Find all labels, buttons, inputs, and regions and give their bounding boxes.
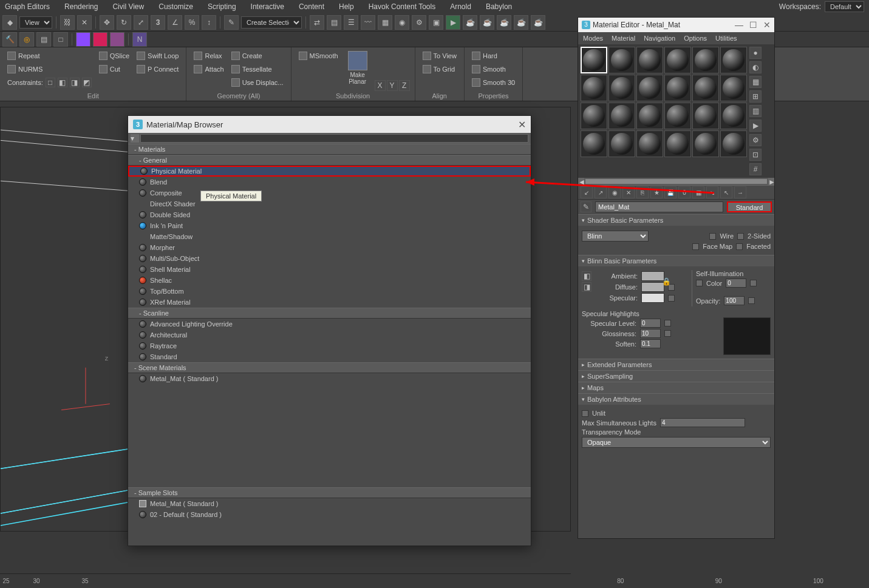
transparency-dropdown[interactable]: Opaque xyxy=(582,437,771,448)
rollout-maps[interactable]: Maps xyxy=(578,382,774,393)
soften-value[interactable] xyxy=(640,339,661,348)
material-type-button[interactable]: Standard xyxy=(727,201,772,212)
menu-customize[interactable]: Customize xyxy=(158,2,193,11)
sample-slot-19[interactable] xyxy=(581,130,607,157)
scale-icon[interactable]: ⤢ xyxy=(134,15,148,30)
swiftloop-button[interactable]: Swift Loop xyxy=(134,50,181,62)
n-icon[interactable]: N xyxy=(132,32,147,47)
minimize-icon[interactable]: — xyxy=(735,20,743,30)
menu-rendering[interactable]: Rendering xyxy=(64,2,98,11)
editor-menu-utilities[interactable]: Utilities xyxy=(715,35,737,42)
curve-editor-icon[interactable]: 〰 xyxy=(361,15,375,30)
cat-materials[interactable]: - Materials xyxy=(128,144,531,155)
layers-icon[interactable]: ☰ xyxy=(344,15,358,30)
show-map-icon[interactable]: ▦ xyxy=(692,186,704,198)
editor-menu-modes[interactable]: Modes xyxy=(583,35,603,42)
reset-icon[interactable]: ✕ xyxy=(622,186,635,198)
item-shell-material[interactable]: Shell Material xyxy=(128,264,531,275)
sample-slot-15[interactable] xyxy=(636,103,663,129)
render-setup-icon[interactable]: ⚙ xyxy=(412,15,426,30)
put-to-lib-icon[interactable]: 💾 xyxy=(664,186,676,198)
sample-type-icon[interactable]: ● xyxy=(749,47,762,59)
specular-map-button[interactable] xyxy=(668,295,675,302)
item-architectural[interactable]: Architectural xyxy=(128,329,531,340)
item-ink-n-paint[interactable]: Ink 'n Paint xyxy=(128,220,531,231)
specular-swatch[interactable] xyxy=(641,293,664,303)
cut-button[interactable]: Cut xyxy=(97,63,132,75)
togrid-button[interactable]: To Grid xyxy=(420,63,459,75)
sample-slot-17[interactable] xyxy=(692,103,719,129)
opacity-map-button[interactable] xyxy=(748,297,755,304)
teapot3-icon[interactable]: ☕ xyxy=(497,15,511,30)
diffuse-lock-icon[interactable]: ◨ xyxy=(582,282,591,292)
teapot4-icon[interactable]: ☕ xyxy=(514,15,528,30)
ambient-lock-icon[interactable]: ◧ xyxy=(582,271,591,281)
repeat-button[interactable]: Repeat xyxy=(5,50,94,62)
menu-arnold[interactable]: Arnold xyxy=(450,2,471,11)
item-physical-material[interactable]: Physical Material xyxy=(128,166,531,177)
move-icon[interactable]: ✥ xyxy=(100,15,114,30)
spec-level-map-button[interactable] xyxy=(664,320,671,326)
teapot2-icon[interactable]: ☕ xyxy=(480,15,494,30)
close-icon[interactable]: ✕ xyxy=(518,119,526,130)
menu-graph-editors[interactable]: Graph Editors xyxy=(5,2,50,11)
item-directx-shader[interactable]: DirectX Shader xyxy=(128,198,531,209)
item-multi-sub-object[interactable]: Multi/Sub-Object xyxy=(128,253,531,264)
browser-search-input[interactable] xyxy=(140,134,528,143)
sample-slot-9[interactable] xyxy=(636,75,663,101)
relax-button[interactable]: Relax xyxy=(191,50,226,62)
faceted-checkbox[interactable] xyxy=(736,243,743,250)
item-double-sided[interactable]: Double Sided xyxy=(128,209,531,220)
background-icon[interactable]: ▦ xyxy=(749,76,762,88)
constraint2-icon[interactable]: ◧ xyxy=(58,78,67,87)
gloss-value[interactable] xyxy=(640,329,661,338)
create-button[interactable]: Create xyxy=(229,50,286,62)
spinner-icon[interactable]: ↕ xyxy=(202,15,216,30)
sample-slot-16[interactable] xyxy=(664,103,691,129)
sample-slot-14[interactable] xyxy=(608,103,635,129)
msmooth-button[interactable]: MSmooth xyxy=(296,50,341,62)
cat-general[interactable]: - General xyxy=(128,155,531,166)
item-scene-metal-mat[interactable]: Metal_Mat ( Standard ) xyxy=(128,373,531,384)
constraint1-icon[interactable]: □ xyxy=(46,78,55,87)
editor-menu-material[interactable]: Material xyxy=(612,35,635,42)
selection-set-dropdown[interactable]: Create Selection Se xyxy=(241,16,302,29)
item-sample-metal-mat[interactable]: Metal_Mat ( Standard ) xyxy=(128,498,531,509)
sample-slot-21[interactable] xyxy=(636,130,663,157)
color2-icon[interactable] xyxy=(93,32,107,47)
ambient-swatch[interactable] xyxy=(641,271,664,281)
pick-icon[interactable]: ✎ xyxy=(581,201,591,212)
copy-icon[interactable]: ⎘ xyxy=(636,186,649,198)
sample-slot-1[interactable] xyxy=(581,47,607,73)
link-icon[interactable]: ⛓ xyxy=(60,15,75,30)
place-icon[interactable]: 3 xyxy=(151,15,165,30)
put-to-scene-icon[interactable]: ↗ xyxy=(595,186,607,198)
item-raytrace[interactable]: Raytrace xyxy=(128,340,531,351)
maximize-icon[interactable]: ☐ xyxy=(749,20,757,30)
sample-slot-24[interactable] xyxy=(720,130,747,157)
browser-options-icon[interactable]: ▾ xyxy=(131,134,139,143)
item-morpher[interactable]: Morpher xyxy=(128,242,531,253)
view-dropdown[interactable]: View xyxy=(19,16,52,29)
material-editor-icon[interactable]: ◉ xyxy=(395,15,409,30)
diffuse-swatch[interactable] xyxy=(641,282,664,292)
preview-icon[interactable]: ▶ xyxy=(749,120,762,132)
menu-scripting[interactable]: Scripting xyxy=(208,2,236,11)
menu-civil-view[interactable]: Civil View xyxy=(112,2,144,11)
sample-slot-18[interactable] xyxy=(720,103,747,129)
constraint3-icon[interactable]: ◨ xyxy=(70,78,80,87)
opacity-value[interactable] xyxy=(724,296,745,305)
rollout-shader-basic[interactable]: Shader Basic Parameters xyxy=(578,215,774,226)
material-name-input[interactable] xyxy=(595,201,723,212)
cat-scanline[interactable]: - Scanline xyxy=(128,308,531,319)
toview-button[interactable]: To View xyxy=(420,50,459,62)
menu-babylon[interactable]: Babylon xyxy=(486,2,512,11)
matid-channel-icon[interactable]: 0 xyxy=(678,186,690,198)
facemap-checkbox[interactable] xyxy=(692,243,699,250)
usedisplace-button[interactable]: Use Displac... xyxy=(229,76,286,89)
spec-level-value[interactable] xyxy=(640,319,661,328)
options-icon[interactable]: ⚙ xyxy=(749,134,762,146)
cat-scene-materials[interactable]: - Scene Materials xyxy=(128,362,531,373)
sample-slot-22[interactable] xyxy=(664,130,691,157)
backlight-icon[interactable]: ◐ xyxy=(749,61,762,73)
